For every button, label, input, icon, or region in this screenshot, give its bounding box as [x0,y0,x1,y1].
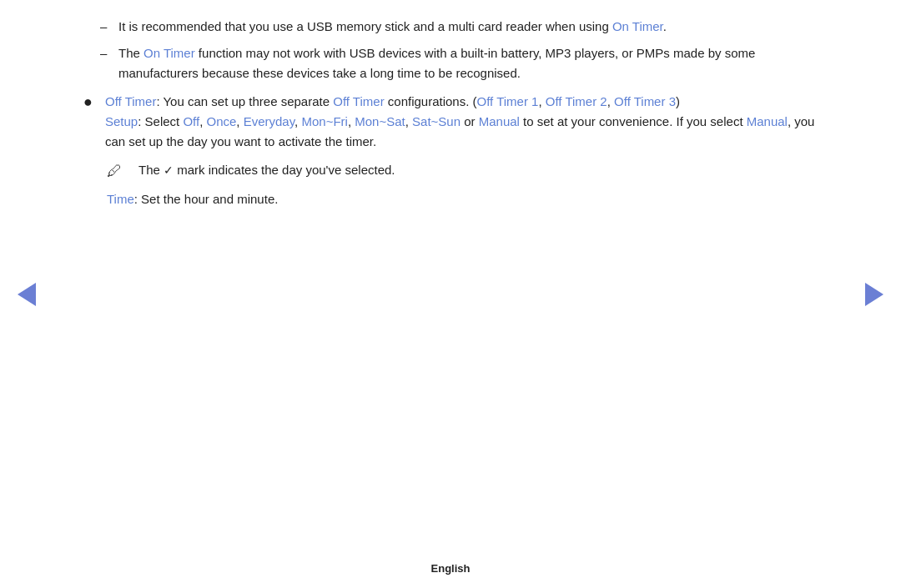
footer: English [0,562,901,575]
main-item-content: Off Timer: You can set up three separate… [105,92,818,209]
note-text: The ✓ mark indicates the day you've sele… [138,160,395,180]
sub-item-1-text: It is recommended that you use a USB mem… [118,17,818,37]
off-timer-1-link: Off Timer 1 [477,94,539,108]
opt-manual-1: Manual [479,114,520,128]
sub-item-2: – The On Timer function may not work wit… [100,43,818,83]
footer-language: English [431,562,471,575]
off-timer-3-link: Off Timer 3 [614,94,676,108]
sub-bullet-list: – It is recommended that you use a USB m… [100,17,818,83]
sub-item-2-text: The On Timer function may not work with … [118,43,818,83]
checkmark-icon: ✓ [164,163,174,177]
paragraph-1: Off Timer: You can set up three separate… [105,94,680,108]
note-block: 🖊 The ✓ mark indicates the day you've se… [107,160,818,183]
opt-mon-sat: Mon~Sat [355,114,405,128]
note-icon: 🖊 [107,160,133,183]
dash-2: – [100,43,115,63]
setup-label: Setup [105,114,138,128]
left-arrow-icon [18,283,36,306]
nav-arrow-left[interactable] [15,283,38,306]
bullet-dot: ● [83,92,102,113]
opt-manual-2: Manual [747,114,788,128]
time-line: Time: Set the hour and minute. [107,189,818,209]
on-timer-link-2: On Timer [143,46,195,60]
off-timer-link-2: Off Timer [333,94,384,108]
off-timer-2-link: Off Timer 2 [546,94,607,108]
right-arrow-icon [865,283,883,306]
dash-1: – [100,17,115,37]
on-timer-link-1: On Timer [612,19,663,33]
nav-arrow-right[interactable] [863,283,886,306]
off-timer-label: Off Timer [105,94,156,108]
opt-mon-fri: Mon~Fri [301,114,347,128]
main-item-off-timer: ● Off Timer: You can set up three separa… [83,92,818,209]
sub-item-1: – It is recommended that you use a USB m… [100,17,818,37]
opt-sat-sun: Sat~Sun [412,114,461,128]
opt-everyday: Everyday [244,114,294,128]
time-label: Time [107,192,134,206]
setup-line: Setup: Select Off, Once, Everyday, Mon~F… [105,114,814,148]
opt-off: Off [183,114,199,128]
opt-once: Once [206,114,236,128]
content-area: – It is recommended that you use a USB m… [83,17,818,538]
